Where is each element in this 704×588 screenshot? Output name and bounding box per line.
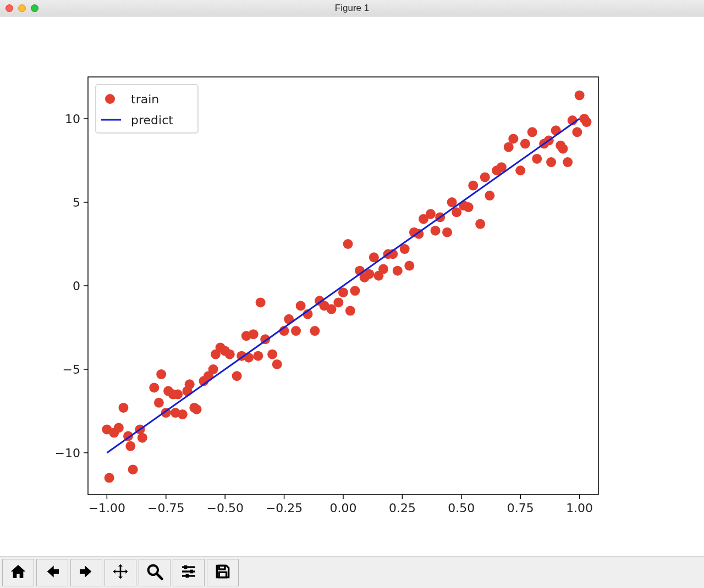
legend-train-marker (105, 94, 115, 104)
train-point (310, 326, 320, 336)
train-point (185, 379, 195, 389)
train-point (546, 157, 556, 167)
svg-text:0: 0 (73, 279, 80, 293)
configure-button[interactable] (173, 559, 205, 586)
close-icon[interactable] (6, 4, 13, 12)
svg-rect-37 (219, 565, 225, 569)
svg-text:0.00: 0.00 (330, 501, 357, 515)
train-point (154, 398, 164, 408)
svg-text:0.25: 0.25 (389, 501, 416, 515)
sliders-icon (180, 563, 197, 583)
train-point (156, 369, 166, 379)
svg-text:−0.75: −0.75 (147, 501, 184, 515)
window-controls (6, 4, 38, 12)
train-point (267, 350, 277, 359)
train-point (173, 390, 183, 400)
move-icon (112, 563, 129, 583)
train-point (426, 209, 436, 219)
svg-line-30 (157, 574, 162, 579)
forward-button[interactable] (70, 559, 102, 586)
train-point (468, 181, 478, 191)
train-point (232, 371, 242, 381)
train-point (532, 154, 542, 164)
svg-text:−5: −5 (63, 363, 80, 376)
train-point (149, 382, 159, 392)
train-point (515, 165, 525, 175)
svg-text:0.75: 0.75 (507, 501, 534, 515)
zoom-button[interactable] (139, 559, 170, 586)
train-point (404, 261, 414, 271)
svg-rect-38 (219, 572, 226, 577)
svg-rect-35 (190, 569, 193, 573)
home-button[interactable] (2, 559, 34, 586)
train-point (128, 464, 138, 474)
train-point (118, 403, 128, 413)
titlebar[interactable]: Figure 1 (0, 0, 704, 16)
train-point (345, 306, 355, 316)
arrow-left-icon (43, 563, 61, 583)
train-point (464, 202, 474, 212)
train-point (253, 351, 263, 361)
svg-text:−1.00: −1.00 (89, 501, 125, 515)
svg-text:1.00: 1.00 (566, 501, 593, 515)
legend-predict-label: predict (131, 113, 173, 127)
train-point (520, 139, 530, 149)
train-point (225, 350, 235, 359)
train-point (138, 433, 147, 443)
train-point (572, 127, 582, 137)
maximize-icon[interactable] (31, 4, 38, 12)
svg-text:−0.50: −0.50 (206, 501, 243, 515)
svg-text:−10: −10 (55, 446, 80, 460)
train-point (393, 266, 403, 276)
zoom-icon (146, 563, 163, 583)
svg-text:0.50: 0.50 (448, 501, 475, 515)
save-button[interactable] (207, 559, 239, 586)
train-point (192, 404, 202, 414)
train-point (582, 117, 592, 127)
figure-window: Figure 1 −1.00−0.75−0.50−0.250.000.250.5… (0, 0, 704, 588)
train-point (178, 409, 188, 419)
svg-rect-36 (186, 574, 189, 578)
train-point (508, 134, 518, 143)
train-point (475, 219, 485, 229)
train-point (378, 264, 388, 274)
plot-canvas[interactable]: −1.00−0.75−0.50−0.250.000.250.500.751.00… (0, 16, 704, 556)
train-point (558, 144, 568, 154)
window-title: Figure 1 (335, 3, 369, 14)
train-point (343, 239, 353, 249)
pan-button[interactable] (105, 559, 136, 586)
legend-train-label: train (131, 92, 159, 106)
back-button[interactable] (36, 559, 68, 586)
plot-svg: −1.00−0.75−0.50−0.250.000.250.500.751.00… (0, 16, 704, 556)
train-point (333, 297, 343, 307)
minimize-icon[interactable] (18, 4, 26, 12)
train-point (527, 127, 537, 137)
svg-text:10: 10 (65, 112, 80, 126)
save-icon (214, 563, 232, 583)
train-point (249, 329, 258, 339)
train-point (575, 90, 585, 100)
train-point (442, 228, 452, 237)
train-point (296, 301, 306, 310)
svg-text:−0.25: −0.25 (266, 501, 302, 515)
train-point (350, 286, 360, 296)
predict-line (107, 119, 579, 453)
train-point (114, 423, 124, 432)
train-point (256, 297, 266, 307)
train-point (208, 364, 218, 374)
matplotlib-toolbar (0, 556, 704, 588)
train-point (291, 326, 301, 336)
home-icon (9, 563, 27, 583)
svg-rect-34 (184, 565, 187, 569)
train-point (105, 473, 114, 483)
train-point (480, 172, 490, 182)
train-point (125, 441, 135, 451)
train-point (504, 142, 514, 152)
train-point (563, 157, 573, 167)
arrow-right-icon (78, 563, 95, 583)
train-point (485, 191, 494, 201)
svg-text:5: 5 (73, 196, 80, 209)
train-point (272, 359, 282, 369)
train-point (431, 226, 441, 236)
